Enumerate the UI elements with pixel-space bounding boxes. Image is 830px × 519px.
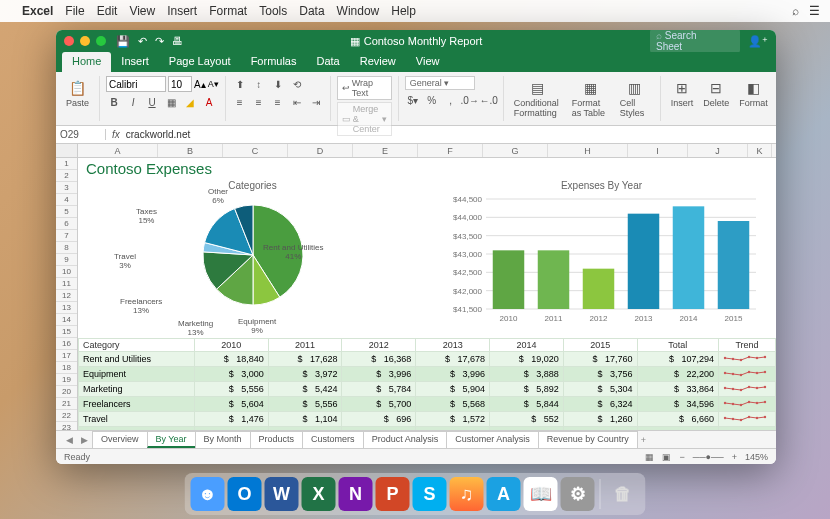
merge-center-button[interactable]: ▭ Merge & Center ▾ xyxy=(337,102,392,136)
dock-word-icon[interactable]: W xyxy=(265,477,299,511)
dock-trash-icon[interactable]: 🗑 xyxy=(606,477,640,511)
row-head-18[interactable]: 18 xyxy=(56,362,77,374)
align-left-icon[interactable]: ≡ xyxy=(232,94,248,110)
cell-styles-button[interactable]: ▥Cell Styles xyxy=(616,76,654,121)
dock-skype-icon[interactable]: S xyxy=(413,477,447,511)
sheet-tab[interactable]: By Month xyxy=(195,431,251,448)
col-head-A[interactable]: A xyxy=(78,144,158,157)
row-head-8[interactable]: 8 xyxy=(56,242,77,254)
table-header[interactable]: Category xyxy=(79,339,195,352)
row-head-16[interactable]: 16 xyxy=(56,338,77,350)
row-head-4[interactable]: 4 xyxy=(56,194,77,206)
align-middle-icon[interactable]: ↕ xyxy=(251,76,267,92)
currency-button[interactable]: $▾ xyxy=(405,92,421,108)
sheet-tab[interactable]: Customer Analysis xyxy=(446,431,539,448)
indent-inc-icon[interactable]: ⇥ xyxy=(308,94,324,110)
col-head-I[interactable]: I xyxy=(628,144,688,157)
row-head-23[interactable]: 23 xyxy=(56,422,77,430)
col-head-C[interactable]: C xyxy=(223,144,288,157)
delete-cells-button[interactable]: ⊟Delete xyxy=(699,76,733,121)
row-head-11[interactable]: 11 xyxy=(56,278,77,290)
col-head-K[interactable]: K xyxy=(748,144,772,157)
underline-button[interactable]: U xyxy=(144,94,160,110)
table-header[interactable]: 2012 xyxy=(342,339,416,352)
zoom-out-icon[interactable]: − xyxy=(679,452,684,462)
insert-cells-button[interactable]: ⊞Insert xyxy=(667,76,698,121)
sheet-tab[interactable]: Overview xyxy=(92,431,148,448)
fill-color-button[interactable]: ◢ xyxy=(182,94,198,110)
row-head-17[interactable]: 17 xyxy=(56,350,77,362)
row-head-15[interactable]: 15 xyxy=(56,326,77,338)
col-head-B[interactable]: B xyxy=(158,144,223,157)
tab-home[interactable]: Home xyxy=(62,52,111,72)
dock-ibooks-icon[interactable]: 📖 xyxy=(524,477,558,511)
row-head-19[interactable]: 19 xyxy=(56,374,77,386)
dock-itunes-icon[interactable]: ♫ xyxy=(450,477,484,511)
menu-view[interactable]: View xyxy=(129,4,155,18)
table-row[interactable]: Travel$ 1,476$ 1,104$ 696$ 1,572$ 552$ 1… xyxy=(79,412,776,427)
font-color-button[interactable]: A xyxy=(201,94,217,110)
menu-extras-icon[interactable]: ☰ xyxy=(809,4,820,18)
table-header[interactable]: 2013 xyxy=(416,339,490,352)
format-cells-button[interactable]: ◧Format xyxy=(735,76,772,121)
row-head-5[interactable]: 5 xyxy=(56,206,77,218)
close-icon[interactable] xyxy=(64,36,74,46)
increase-font-icon[interactable]: A▴ xyxy=(194,79,206,90)
inc-decimal-icon[interactable]: .0→ xyxy=(462,92,478,108)
bold-button[interactable]: B xyxy=(106,94,122,110)
qat-save-icon[interactable]: 💾 xyxy=(116,35,130,48)
add-sheet-icon[interactable]: + xyxy=(637,435,650,445)
dock-appstore-icon[interactable]: A xyxy=(487,477,521,511)
table-header[interactable]: 2015 xyxy=(563,339,637,352)
zoom-in-icon[interactable]: + xyxy=(732,452,737,462)
col-head-J[interactable]: J xyxy=(688,144,748,157)
row-head-10[interactable]: 10 xyxy=(56,266,77,278)
view-normal-icon[interactable]: ▦ xyxy=(645,452,654,462)
percent-button[interactable]: % xyxy=(424,92,440,108)
border-button[interactable]: ▦ xyxy=(163,94,179,110)
app-name[interactable]: Excel xyxy=(22,4,53,18)
table-header[interactable]: 2010 xyxy=(194,339,268,352)
table-header[interactable]: 2011 xyxy=(268,339,342,352)
share-icon[interactable]: 👤⁺ xyxy=(748,35,768,48)
sheet-tab[interactable]: By Year xyxy=(147,431,196,448)
menu-window[interactable]: Window xyxy=(337,4,380,18)
table-header[interactable]: 2014 xyxy=(490,339,564,352)
table-row[interactable]: Freelancers$ 5,604$ 5,556$ 5,700$ 5,568$… xyxy=(79,397,776,412)
row-head-9[interactable]: 9 xyxy=(56,254,77,266)
table-row[interactable]: Marketing$ 5,556$ 5,424$ 5,784$ 5,904$ 5… xyxy=(79,382,776,397)
align-bottom-icon[interactable]: ⬇ xyxy=(270,76,286,92)
select-all-corner[interactable] xyxy=(56,144,78,157)
italic-button[interactable]: I xyxy=(125,94,141,110)
comma-button[interactable]: , xyxy=(443,92,459,108)
view-layout-icon[interactable]: ▣ xyxy=(662,452,671,462)
indent-dec-icon[interactable]: ⇤ xyxy=(289,94,305,110)
data-table[interactable]: Category201020112012201320142015TotalTre… xyxy=(78,338,776,430)
menu-format[interactable]: Format xyxy=(209,4,247,18)
spreadsheet-grid[interactable]: ABCDEFGHIJK 1234567891011121314151617181… xyxy=(56,144,776,430)
pie-chart[interactable]: Categories Rent and Utilities41%Equipmen… xyxy=(78,158,427,338)
table-row[interactable]: Taxes$ 6,168$ 6,672$ 6,732$ 7,032$ 6,504… xyxy=(79,427,776,431)
row-head-7[interactable]: 7 xyxy=(56,230,77,242)
row-head-3[interactable]: 3 xyxy=(56,182,77,194)
fx-icon[interactable]: fx xyxy=(112,129,120,140)
tab-formulas[interactable]: Formulas xyxy=(241,52,307,72)
qat-undo-icon[interactable]: ↶ xyxy=(138,35,147,48)
table-header[interactable]: Trend xyxy=(719,339,776,352)
zoom-slider[interactable]: ──●── xyxy=(693,452,724,462)
search-sheet-input[interactable]: ⌕ Search Sheet xyxy=(650,30,740,53)
align-top-icon[interactable]: ⬆ xyxy=(232,76,248,92)
dock-finder-icon[interactable]: ☻ xyxy=(191,477,225,511)
align-right-icon[interactable]: ≡ xyxy=(270,94,286,110)
font-size-select[interactable] xyxy=(168,76,192,92)
table-header[interactable]: Total xyxy=(637,339,718,352)
tab-page-layout[interactable]: Page Layout xyxy=(159,52,241,72)
search-icon[interactable]: ⌕ xyxy=(792,4,799,18)
row-head-22[interactable]: 22 xyxy=(56,410,77,422)
zoom-level[interactable]: 145% xyxy=(745,452,768,462)
col-head-G[interactable]: G xyxy=(483,144,548,157)
row-head-21[interactable]: 21 xyxy=(56,398,77,410)
sheet-tab[interactable]: Customers xyxy=(302,431,364,448)
col-head-F[interactable]: F xyxy=(418,144,483,157)
format-as-table-button[interactable]: ▦Format as Table xyxy=(568,76,614,121)
